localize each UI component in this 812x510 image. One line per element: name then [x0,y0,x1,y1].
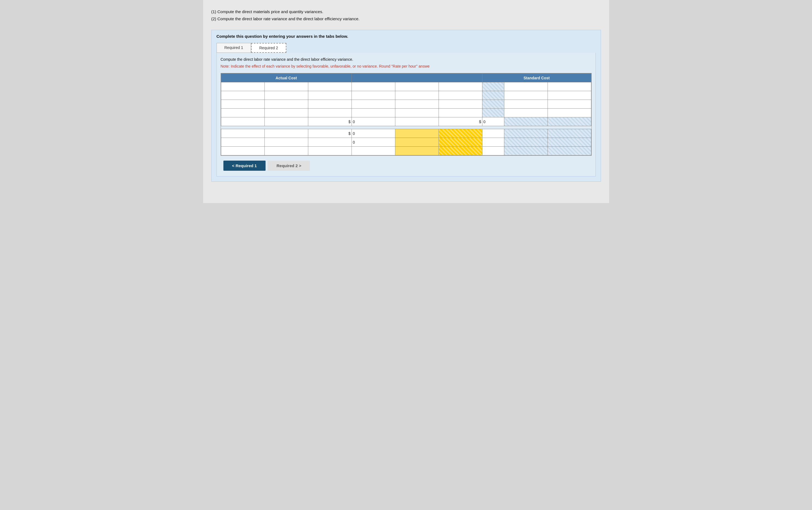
header-middle [351,73,482,82]
mid-total-c1: 0 [351,117,395,126]
actual-r1c3[interactable] [308,82,351,91]
var2-c1[interactable] [221,138,264,147]
mid-r1c3-input[interactable] [441,85,480,89]
mid-total-c3: 0 [482,117,504,126]
std-r3c2-input[interactable] [506,102,546,106]
actual-r3c3[interactable] [308,100,351,109]
actual-r2c1[interactable] [221,91,264,100]
var2-yellow1-input[interactable] [397,140,437,144]
actual-r4c1-input[interactable] [223,111,263,115]
mid-r2c3[interactable] [439,91,482,100]
std-r1c3-input[interactable] [550,85,589,89]
actual-r2c1-input[interactable] [223,93,263,97]
var2-c2 [264,138,308,147]
mid-r4c1[interactable] [351,109,395,117]
actual-r2c2[interactable] [264,91,308,100]
mid-r3c2-input[interactable] [397,102,437,106]
var3-value [351,147,395,155]
mid-r1c2-input[interactable] [397,85,437,89]
std-r2c2-input[interactable] [506,93,546,97]
var1-yellow1[interactable] [395,129,439,138]
var2-c3 [308,138,351,147]
var2-yellow1[interactable] [395,138,439,147]
mid-r4c2-input[interactable] [397,111,437,115]
spacer-row [221,126,591,129]
actual-r4c3[interactable] [308,109,351,117]
tab-required1[interactable]: Required 1 [216,43,251,53]
mid-r4c2[interactable] [395,109,439,117]
var3-yellow1[interactable] [395,147,439,155]
mid-r1c1[interactable] [351,82,395,91]
std-r2c3-input[interactable] [550,93,589,97]
var3-c8-hatched [504,147,548,155]
actual-r1c2-input[interactable] [267,85,306,89]
table-row [221,100,591,109]
var3-c1[interactable] [221,147,264,155]
actual-r4c2-input[interactable] [267,111,306,115]
std-r3c2[interactable] [504,100,548,109]
mid-r3c1[interactable] [351,100,395,109]
std-r3c3[interactable] [548,100,591,109]
actual-r2c3-input[interactable] [310,93,350,97]
actual-r4c3-input[interactable] [310,111,350,115]
complete-box: Complete this question by entering your … [211,30,601,182]
tab-required2[interactable]: Required 2 [251,43,286,53]
mid-r2c2[interactable] [395,91,439,100]
var1-c1-input[interactable] [223,131,263,136]
actual-r1c1-input[interactable] [223,85,263,89]
mid-r3c3-input[interactable] [441,102,480,106]
forward-button[interactable]: Required 2 > [268,160,310,171]
actual-r1c3-input[interactable] [310,85,350,89]
actual-r3c1-input[interactable] [223,102,263,106]
actual-r3c3-input[interactable] [310,102,350,106]
var3-yellow1-input[interactable] [397,149,437,153]
std-r4c2-input[interactable] [506,111,546,115]
mid-r1c1-input[interactable] [354,85,393,89]
var3-c1-input[interactable] [223,149,263,153]
var3-c3 [308,147,351,155]
mid-r2c1[interactable] [351,91,395,100]
var1-value[interactable]: 0 [351,129,395,138]
mid-r1c2[interactable] [395,82,439,91]
mid-r1c3[interactable] [439,82,482,91]
back-button[interactable]: < Required 1 [223,160,266,171]
std-r3c3-input[interactable] [550,102,589,106]
mid-r2c1-input[interactable] [354,93,393,97]
mid-r3c2[interactable] [395,100,439,109]
mid-r4c3[interactable] [439,109,482,117]
actual-r3c1[interactable] [221,100,264,109]
std-r3c1-hatched [482,100,504,109]
instruction-line-2: (2) Compute the direct labor rate varian… [211,15,601,23]
std-r4c2[interactable] [504,109,548,117]
std-r4c3[interactable] [548,109,591,117]
mid-r4c3-input[interactable] [441,111,480,115]
mid-r2c3-input[interactable] [441,93,480,97]
actual-r4c2[interactable] [264,109,308,117]
actual-r1c1[interactable] [221,82,264,91]
mid-r4c1-input[interactable] [354,111,393,115]
mid-r3c1-input[interactable] [354,102,393,106]
std-r2c3[interactable] [548,91,591,100]
std-r1c2-input[interactable] [506,85,546,89]
actual-r2c3[interactable] [308,91,351,100]
actual-r3c2-input[interactable] [267,102,306,106]
var2-c1-input[interactable] [223,140,263,144]
var1-yellow1-input[interactable] [397,131,437,136]
var1-c2 [264,129,308,138]
actual-r3c2[interactable] [264,100,308,109]
std-r1c3[interactable] [548,82,591,91]
actual-r4c1[interactable] [221,109,264,117]
actual-r2c2-input[interactable] [267,93,306,97]
std-r4c3-input[interactable] [550,111,589,115]
var2-value[interactable]: 0 [351,138,395,147]
content-note: Note: Indicate the effect of each varian… [221,63,591,69]
total-row: $ 0 $ 0 [221,117,591,126]
std-r1c2[interactable] [504,82,548,91]
actual-total-c2 [264,117,308,126]
total-left-currency: $ [308,117,351,126]
mid-r2c2-input[interactable] [397,93,437,97]
mid-r3c3[interactable] [439,100,482,109]
var1-c1[interactable] [221,129,264,138]
std-r2c2[interactable] [504,91,548,100]
actual-r1c2[interactable] [264,82,308,91]
